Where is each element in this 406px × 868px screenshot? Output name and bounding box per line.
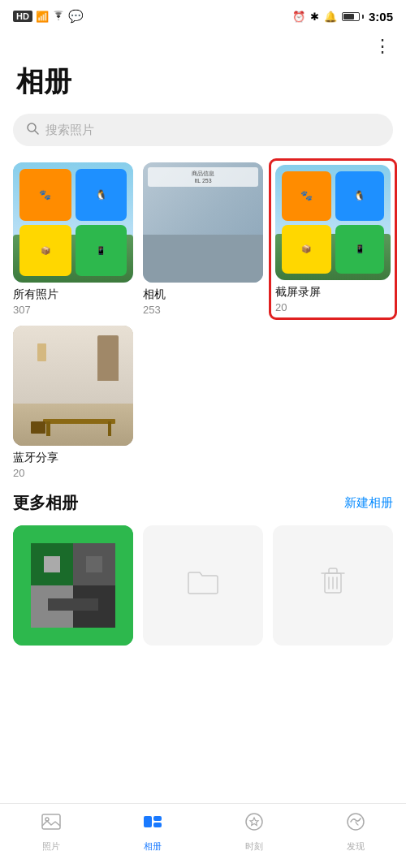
status-right: ⏰ ✱ 🔔 3:05	[292, 10, 393, 24]
more-albums-title: 更多相册	[13, 492, 78, 514]
nav-photos-icon	[41, 811, 62, 837]
nav-item-discover[interactable]: 发现	[304, 811, 406, 853]
more-album-item-minecraft[interactable]	[13, 525, 133, 650]
album-item-bluetooth[interactable]: 蓝牙分享 20	[13, 326, 133, 479]
nav-item-moments[interactable]: 时刻	[203, 811, 304, 853]
nav-photos-label: 照片	[42, 840, 60, 853]
search-icon	[26, 122, 39, 138]
page-title: 相册	[0, 57, 406, 114]
nav-item-photos[interactable]: 照片	[0, 811, 102, 853]
albums-grid: 🐾 🐧 📦 📱 所有照片 307 商品信息ItL 253	[0, 162, 406, 479]
album-item-screenshot[interactable]: 🐾 🐧 📦 📱 截屏录屏 20	[273, 162, 393, 316]
nav-moments-icon	[244, 811, 265, 837]
time-display: 3:05	[369, 10, 393, 24]
nav-item-albums[interactable]: 相册	[102, 811, 203, 853]
album-thumb-all-photos: 🐾 🐧 📦 📱	[13, 162, 133, 283]
more-albums-header: 更多相册 新建相册	[13, 492, 393, 514]
more-thumb-trash	[273, 525, 393, 646]
svg-rect-11	[153, 823, 162, 827]
album-item-camera[interactable]: 商品信息ItL 253 相机 253	[143, 162, 263, 316]
svg-line-1	[35, 131, 38, 134]
status-left: HD 📶 💬	[13, 9, 84, 24]
more-album-item-trash[interactable]	[273, 525, 393, 650]
alarm-icon: ⏰	[292, 11, 305, 23]
svg-rect-10	[153, 816, 162, 821]
more-album-item-folder[interactable]	[143, 525, 263, 650]
bluetooth-status-icon: ✱	[310, 11, 319, 23]
album-thumb-bluetooth	[13, 326, 133, 446]
signal-bars: 📶	[36, 11, 49, 23]
trash-icon	[320, 567, 346, 604]
more-thumb-minecraft	[13, 525, 133, 646]
more-albums-grid	[13, 525, 393, 650]
svg-rect-9	[144, 816, 152, 827]
nav-moments-label: 时刻	[245, 840, 263, 853]
album-name-camera: 相机	[143, 287, 263, 302]
album-thumb-screenshot: 🐾 🐧 📦 📱	[275, 165, 391, 280]
battery-indicator	[342, 12, 364, 21]
more-menu-icon[interactable]: ⋮	[374, 36, 390, 57]
album-count-screenshot: 20	[275, 301, 391, 313]
album-name-all-photos: 所有照片	[13, 287, 133, 302]
bubble-icon: 💬	[68, 9, 84, 24]
bottom-navigation: 照片 相册 时刻 发现	[0, 803, 406, 868]
svg-point-12	[246, 814, 262, 830]
album-item-all-photos[interactable]: 🐾 🐧 📦 📱 所有照片 307	[13, 162, 133, 316]
album-thumb-camera: 商品信息ItL 253	[143, 162, 263, 283]
album-name-screenshot: 截屏录屏	[275, 285, 391, 300]
status-bar: HD 📶 💬 ⏰ ✱ 🔔 3:05	[0, 0, 406, 32]
album-count-camera: 253	[143, 304, 263, 316]
notification-icon: 🔔	[324, 11, 337, 23]
svg-rect-7	[42, 814, 60, 829]
nav-discover-icon	[345, 811, 366, 837]
wifi-icon	[52, 11, 65, 23]
search-placeholder: 搜索照片	[45, 123, 94, 138]
album-count-all-photos: 307	[13, 304, 133, 316]
carrier-text: HD	[13, 11, 32, 22]
folder-icon	[187, 568, 219, 603]
nav-discover-label: 发现	[347, 840, 365, 853]
new-album-button[interactable]: 新建相册	[344, 495, 393, 511]
top-bar: ⋮	[0, 32, 406, 57]
nav-albums-label: 相册	[144, 840, 162, 853]
nav-albums-icon	[142, 811, 163, 837]
more-thumb-folder	[143, 525, 263, 646]
more-albums-section: 更多相册 新建相册	[0, 492, 406, 650]
album-count-bluetooth: 20	[13, 467, 133, 479]
album-name-bluetooth: 蓝牙分享	[13, 451, 133, 465]
search-bar[interactable]: 搜索照片	[13, 114, 393, 146]
